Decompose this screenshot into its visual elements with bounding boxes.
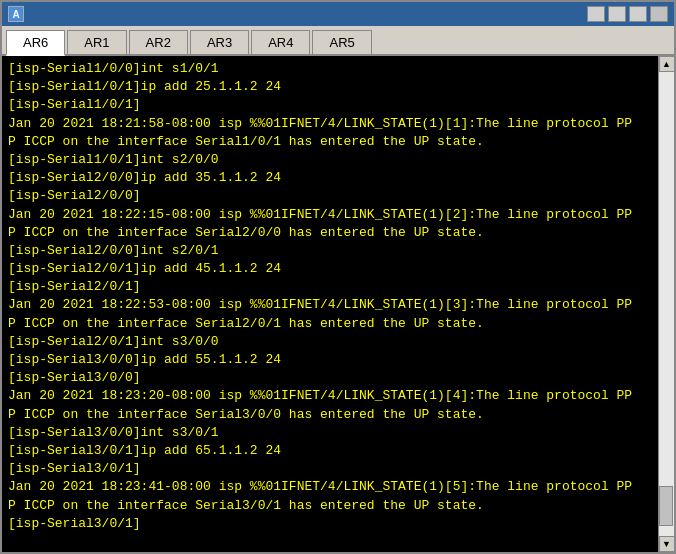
- scroll-down-button[interactable]: ▼: [659, 536, 675, 552]
- terminal-line: Jan 20 2021 18:22:53-08:00 isp %%01IFNET…: [8, 296, 652, 314]
- window-controls: [587, 6, 668, 22]
- notice-line-1: Please check whether system data has bee…: [8, 551, 652, 552]
- terminal-line: P ICCP on the interface Serial3/0/1 has …: [8, 497, 652, 515]
- terminal-line: [isp-Serial3/0/1]: [8, 515, 652, 533]
- tab-AR1[interactable]: AR1: [67, 30, 126, 54]
- terminal-line: P ICCP on the interface Serial1/0/1 has …: [8, 133, 652, 151]
- terminal-line: [8, 533, 652, 551]
- scrollbar[interactable]: ▲ ▼: [658, 56, 674, 552]
- terminal-line: [isp-Serial3/0/0]int s3/0/1: [8, 424, 652, 442]
- terminal-line: P ICCP on the interface Serial2/0/0 has …: [8, 224, 652, 242]
- terminal-line: [isp-Serial2/0/1]ip add 45.1.1.2 24: [8, 260, 652, 278]
- minimize-button[interactable]: [608, 6, 626, 22]
- terminal-line: [isp-Serial1/0/1]int s2/0/0: [8, 151, 652, 169]
- maximize-button[interactable]: [629, 6, 647, 22]
- tab-bar: AR6 AR1 AR2 AR3 AR4 AR5: [2, 26, 674, 56]
- terminal-line: [isp-Serial3/0/1]: [8, 460, 652, 478]
- terminal-line: [isp-Serial1/0/1]ip add 25.1.1.2 24: [8, 78, 652, 96]
- close-button[interactable]: [650, 6, 668, 22]
- tab-AR2[interactable]: AR2: [129, 30, 188, 54]
- terminal-line: [isp-Serial3/0/0]: [8, 369, 652, 387]
- terminal-line: Jan 20 2021 18:22:15-08:00 isp %%01IFNET…: [8, 206, 652, 224]
- app-icon: A: [8, 6, 24, 22]
- title-bar: A: [2, 2, 674, 26]
- terminal-area: [isp-Serial1/0/0]int s1/0/1[isp-Serial1/…: [2, 56, 674, 552]
- terminal-line: [isp-Serial1/0/0]int s1/0/1: [8, 60, 652, 78]
- terminal-line: Jan 20 2021 18:23:20-08:00 isp %%01IFNET…: [8, 387, 652, 405]
- terminal-line: [isp-Serial2/0/1]int s3/0/0: [8, 333, 652, 351]
- tab-AR3[interactable]: AR3: [190, 30, 249, 54]
- terminal-output[interactable]: [isp-Serial1/0/0]int s1/0/1[isp-Serial1/…: [2, 56, 658, 552]
- terminal-line: [isp-Serial2/0/0]int s2/0/1: [8, 242, 652, 260]
- terminal-line: [isp-Serial1/0/1]: [8, 96, 652, 114]
- tab-AR5[interactable]: AR5: [312, 30, 371, 54]
- terminal-line: Jan 20 2021 18:23:41-08:00 isp %%01IFNET…: [8, 478, 652, 496]
- terminal-line: [isp-Serial2/0/0]ip add 35.1.1.2 24: [8, 169, 652, 187]
- terminal-line: [isp-Serial3/0/1]ip add 65.1.1.2 24: [8, 442, 652, 460]
- scroll-up-button[interactable]: ▲: [659, 56, 675, 72]
- terminal-line: [isp-Serial3/0/0]ip add 55.1.1.2 24: [8, 351, 652, 369]
- tab-AR6[interactable]: AR6: [6, 30, 65, 56]
- title-bar-left: A: [8, 6, 30, 22]
- main-window: A AR6 AR1 AR2 AR3 AR4 AR5 [isp-Serial1/0…: [0, 0, 676, 554]
- tab-AR4[interactable]: AR4: [251, 30, 310, 54]
- restore-button[interactable]: [587, 6, 605, 22]
- terminal-line: [isp-Serial2/0/0]: [8, 187, 652, 205]
- terminal-line: P ICCP on the interface Serial2/0/1 has …: [8, 315, 652, 333]
- terminal-line: Jan 20 2021 18:21:58-08:00 isp %%01IFNET…: [8, 115, 652, 133]
- terminal-line: P ICCP on the interface Serial3/0/0 has …: [8, 406, 652, 424]
- scroll-track[interactable]: [659, 72, 674, 536]
- terminal-line: [isp-Serial2/0/1]: [8, 278, 652, 296]
- scroll-thumb[interactable]: [659, 486, 673, 526]
